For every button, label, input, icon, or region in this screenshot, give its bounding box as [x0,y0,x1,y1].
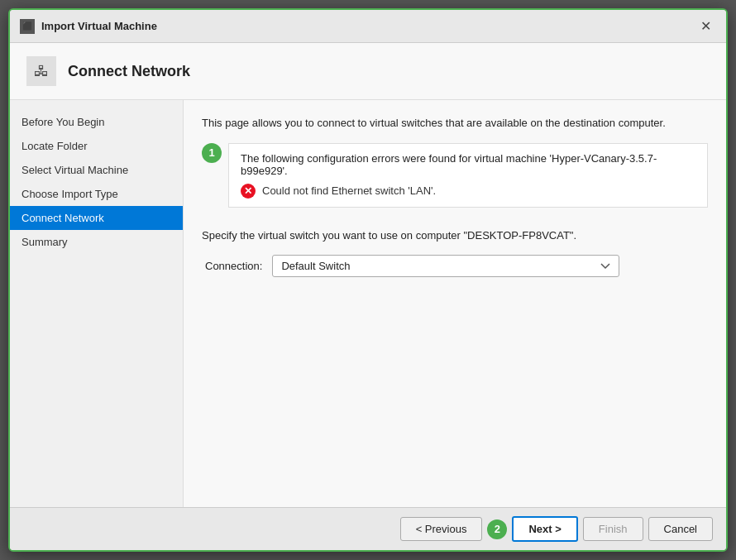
error-icon: ✕ [241,184,256,199]
sidebar-item-summary[interactable]: Summary [10,230,183,254]
sidebar-item-locate-folder[interactable]: Locate Folder [10,134,183,158]
close-button[interactable]: ✕ [695,17,716,36]
finish-button[interactable]: Finish [583,517,643,541]
sidebar: Before You Begin Locate Folder Select Vi… [10,100,184,507]
error-title: The following configuration errors were … [241,152,695,177]
connection-row: Connection: Default Switch LAN None [205,255,708,277]
main-content: Before You Begin Locate Folder Select Vi… [10,100,726,507]
title-bar: ⬛ Import Virtual Machine ✕ [10,10,726,43]
page-header: 🖧 Connect Network [10,43,726,100]
error-item: ✕ Could not find Ethernet switch 'LAN'. [241,184,695,199]
specify-text: Specify the virtual switch you want to u… [202,227,708,244]
sidebar-item-select-vm[interactable]: Select Virtual Machine [10,158,183,182]
page-title: Connect Network [68,63,190,80]
window-title: Import Virtual Machine [41,20,157,32]
connect-network-icon: 🖧 [34,63,49,80]
connection-label: Connection: [205,260,262,272]
sidebar-item-choose-import-type[interactable]: Choose Import Type [10,182,183,206]
error-box: The following configuration errors were … [228,143,708,208]
step-1-badge: 1 [202,143,222,163]
footer: < Previous 2 Next > Finish Cancel [10,507,726,550]
header-icon: 🖧 [26,56,56,86]
window-icon: ⬛ [20,19,35,34]
sidebar-item-connect-network[interactable]: Connect Network [10,206,183,230]
next-button[interactable]: Next > [512,516,577,542]
step-2-badge: 2 [487,519,507,539]
connection-select[interactable]: Default Switch LAN None [272,255,619,277]
error-message: Could not find Ethernet switch 'LAN'. [262,184,436,197]
sidebar-item-before-you-begin[interactable]: Before You Begin [10,110,183,134]
import-vm-dialog: ⬛ Import Virtual Machine ✕ 🖧 Connect Net… [8,8,728,552]
next-wrapper: 2 Next > [487,516,577,542]
intro-text: This page allows you to connect to virtu… [202,115,708,132]
previous-button[interactable]: < Previous [400,517,483,541]
cancel-button[interactable]: Cancel [648,517,713,541]
step-1-row: 1 The following configuration errors wer… [202,143,708,219]
title-bar-left: ⬛ Import Virtual Machine [20,19,157,34]
content-area: This page allows you to connect to virtu… [184,100,726,507]
